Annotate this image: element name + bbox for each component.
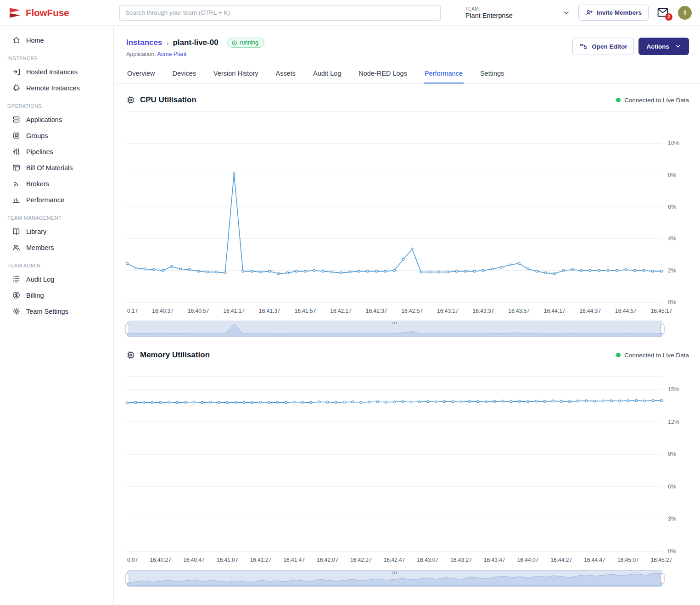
members-icon — [12, 243, 21, 252]
sidebar-item-label: Pipelines — [26, 148, 53, 155]
sidebar-section-instances: INSTANCES — [0, 48, 113, 64]
memory-utilisation-chart: 0%3%6%9%12%15%0:0716:40:2716:40:4716:41:… — [126, 364, 689, 567]
audit-log-icon — [12, 275, 21, 283]
invite-members-button[interactable]: Invite Members — [578, 5, 649, 21]
svg-text:16:43:27: 16:43:27 — [450, 557, 472, 563]
bill-of-materials-icon — [12, 163, 21, 172]
notifications-button[interactable]: 2 — [657, 7, 670, 18]
tab-performance[interactable]: Performance — [424, 65, 464, 83]
svg-text:16:43:37: 16:43:37 — [473, 308, 494, 314]
team-settings-icon — [12, 307, 21, 316]
search-input[interactable] — [119, 5, 441, 21]
sidebar-item-label: Performance — [26, 196, 64, 204]
sidebar-item-applications[interactable]: Applications — [0, 111, 113, 128]
sidebar-item-remote-instances[interactable]: Remote Instances — [0, 80, 113, 96]
svg-text:16:42:57: 16:42:57 — [401, 308, 423, 314]
cpu-chart-range-slider[interactable] — [127, 321, 662, 337]
svg-text:16:43:17: 16:43:17 — [437, 308, 459, 314]
sidebar-item-label: Library — [26, 228, 46, 235]
sidebar-item-hosted-instances[interactable]: Hosted Instances — [0, 64, 113, 80]
running-status-icon — [231, 40, 237, 46]
invite-members-label: Invite Members — [597, 9, 642, 16]
tab-settings[interactable]: Settings — [479, 65, 505, 83]
top-bar: FlowFuse TEAM: Plant Enterprise Invite M… — [0, 0, 700, 26]
svg-text:16:40:27: 16:40:27 — [150, 557, 171, 563]
actions-button[interactable]: Actions — [638, 38, 689, 55]
page-header: Instances › plant-live-00 running Applic… — [114, 26, 700, 57]
sidebar-item-team-settings[interactable]: Team Settings — [0, 303, 113, 319]
svg-text:16:42:27: 16:42:27 — [350, 557, 372, 563]
home-icon — [12, 36, 21, 44]
svg-text:0%: 0% — [668, 548, 676, 555]
svg-text:16:40:37: 16:40:37 — [152, 308, 174, 314]
memory-chart-range-slider[interactable] — [127, 570, 662, 587]
applications-icon — [12, 115, 21, 124]
team-selector[interactable]: TEAM: Plant Enterprise — [465, 6, 570, 19]
open-editor-label: Open Editor — [592, 43, 627, 50]
tab-node-red-logs[interactable]: Node-RED Logs — [358, 65, 408, 83]
range-grip-icon[interactable] — [392, 572, 397, 574]
svg-text:16:44:37: 16:44:37 — [579, 308, 601, 314]
sidebar-item-brokers[interactable]: Brokers — [0, 176, 113, 192]
svg-text:16:44:57: 16:44:57 — [615, 308, 637, 314]
sidebar-item-members[interactable]: Members — [0, 239, 113, 255]
sidebar-item-label: Team Settings — [26, 308, 68, 315]
range-handle-right[interactable] — [661, 573, 665, 583]
range-grip-icon[interactable] — [392, 322, 397, 324]
sidebar-item-pipelines[interactable]: Pipelines — [0, 144, 113, 160]
sidebar-item-performance[interactable]: Performance — [0, 192, 113, 208]
sidebar-item-label: Home — [26, 37, 44, 44]
tab-devices[interactable]: Devices — [171, 65, 197, 83]
svg-text:16:40:47: 16:40:47 — [183, 557, 205, 563]
sidebar-item-groups[interactable]: Groups — [0, 128, 113, 144]
svg-text:16:41:17: 16:41:17 — [223, 308, 245, 314]
application-label: Application: — [126, 51, 156, 57]
sidebar-section-team-admin: TEAM ADMIN — [0, 255, 113, 271]
live-data-status-memory: Connected to Live Data — [616, 352, 689, 359]
user-avatar[interactable]: fl — [678, 6, 692, 20]
flowfuse-logo[interactable]: FlowFuse — [0, 6, 114, 20]
svg-text:16:43:07: 16:43:07 — [417, 557, 438, 563]
sidebar-item-home[interactable]: Home — [0, 32, 113, 48]
sidebar-item-label: Hosted Instances — [26, 68, 78, 76]
actions-label: Actions — [646, 43, 669, 50]
breadcrumb-instances-link[interactable]: Instances — [126, 38, 162, 47]
range-handle-left[interactable] — [125, 324, 129, 334]
sidebar-item-label: Billing — [26, 292, 44, 299]
svg-text:6%: 6% — [668, 483, 676, 490]
svg-text:16:41:57: 16:41:57 — [295, 308, 316, 314]
notification-count-badge: 2 — [665, 13, 672, 21]
tab-audit-log[interactable]: Audit Log — [312, 65, 342, 83]
range-handle-left[interactable] — [125, 573, 129, 583]
open-editor-button[interactable]: Open Editor — [572, 38, 634, 55]
tab-assets[interactable]: Assets — [275, 65, 297, 83]
team-label: TEAM: — [465, 6, 513, 11]
sidebar-item-billing[interactable]: Billing — [0, 287, 113, 303]
svg-text:2%: 2% — [668, 267, 676, 274]
tab-version-history[interactable]: Version History — [213, 65, 259, 83]
sidebar-item-label: Audit Log — [26, 276, 54, 283]
live-data-label: Connected to Live Data — [624, 97, 689, 104]
svg-text:16:42:07: 16:42:07 — [317, 557, 338, 563]
svg-text:16:40:57: 16:40:57 — [188, 308, 209, 314]
sidebar-item-label: Applications — [26, 116, 62, 123]
svg-text:6%: 6% — [668, 204, 676, 210]
range-handle-right[interactable] — [661, 324, 665, 334]
sidebar-item-library[interactable]: Library — [0, 223, 113, 239]
svg-text:16:44:47: 16:44:47 — [584, 557, 605, 563]
sidebar-item-label: Remote Instances — [26, 84, 80, 92]
sidebar-item-bill-of-materials[interactable]: Bill Of Materials — [0, 160, 113, 176]
sidebar-item-audit-log[interactable]: Audit Log — [0, 271, 113, 287]
status-badge: running — [227, 38, 264, 48]
svg-text:16:45:27: 16:45:27 — [651, 557, 672, 563]
application-line: Application: Acme Plant — [126, 51, 264, 57]
flowfuse-logo-icon — [8, 6, 22, 20]
instance-tabs: OverviewDevicesVersion HistoryAssetsAudi… — [114, 65, 700, 84]
tab-overview[interactable]: Overview — [126, 65, 156, 83]
instance-name: plant-live-00 — [173, 38, 218, 47]
logo-text: FlowFuse — [26, 7, 69, 18]
cpu-chip-icon — [126, 95, 135, 105]
application-link[interactable]: Acme Plant — [157, 51, 186, 57]
sidebar-item-label: Groups — [26, 132, 48, 139]
svg-text:8%: 8% — [668, 172, 676, 178]
